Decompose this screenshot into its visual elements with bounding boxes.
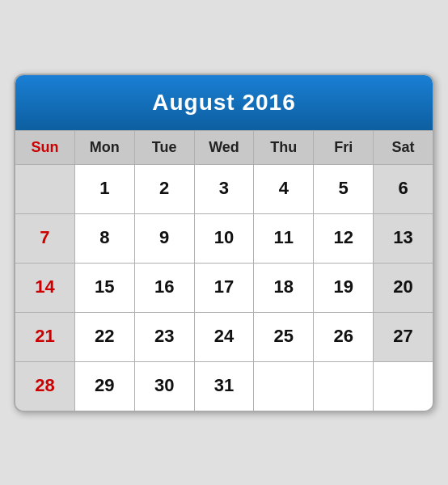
day-30[interactable]: 30 <box>135 362 194 411</box>
day-18[interactable]: 18 <box>254 264 313 312</box>
weekday-header-tue: Tue <box>135 131 194 164</box>
day-15[interactable]: 15 <box>75 264 134 312</box>
weekday-header-wed: Wed <box>195 131 254 164</box>
day-3[interactable]: 3 <box>195 165 254 213</box>
calendar: August 2016 SunMonTueWedThuFriSat1234567… <box>14 74 434 412</box>
day-14[interactable]: 14 <box>15 264 74 312</box>
day-9[interactable]: 9 <box>135 214 194 263</box>
day-6[interactable]: 6 <box>374 165 433 213</box>
day-26[interactable]: 26 <box>314 313 373 361</box>
day-27[interactable]: 27 <box>374 313 433 361</box>
calendar-title: August 2016 <box>152 90 296 115</box>
weekday-header-mon: Mon <box>75 131 134 164</box>
day-empty <box>314 362 373 411</box>
day-8[interactable]: 8 <box>75 214 134 263</box>
day-empty <box>15 165 74 213</box>
day-7[interactable]: 7 <box>15 214 74 263</box>
day-25[interactable]: 25 <box>254 313 313 361</box>
weekday-header-thu: Thu <box>254 131 313 164</box>
calendar-header: August 2016 <box>15 75 433 130</box>
day-29[interactable]: 29 <box>75 362 134 411</box>
day-22[interactable]: 22 <box>75 313 134 361</box>
day-17[interactable]: 17 <box>195 264 254 312</box>
day-16[interactable]: 16 <box>135 264 194 312</box>
day-13[interactable]: 13 <box>374 214 433 263</box>
day-11[interactable]: 11 <box>254 214 313 263</box>
weekday-header-sat: Sat <box>374 131 433 164</box>
weekday-header-sun: Sun <box>15 131 74 164</box>
day-19[interactable]: 19 <box>314 264 373 312</box>
day-2[interactable]: 2 <box>135 165 194 213</box>
day-28[interactable]: 28 <box>15 362 74 411</box>
day-1[interactable]: 1 <box>75 165 134 213</box>
day-12[interactable]: 12 <box>314 214 373 263</box>
day-empty <box>254 362 313 411</box>
calendar-grid: SunMonTueWedThuFriSat1234567891011121314… <box>15 130 433 411</box>
day-23[interactable]: 23 <box>135 313 194 361</box>
day-10[interactable]: 10 <box>195 214 254 263</box>
weekday-header-fri: Fri <box>314 131 373 164</box>
day-20[interactable]: 20 <box>374 264 433 312</box>
day-4[interactable]: 4 <box>254 165 313 213</box>
day-5[interactable]: 5 <box>314 165 373 213</box>
day-31[interactable]: 31 <box>195 362 254 411</box>
day-21[interactable]: 21 <box>15 313 74 361</box>
day-empty <box>374 362 433 411</box>
day-24[interactable]: 24 <box>195 313 254 361</box>
